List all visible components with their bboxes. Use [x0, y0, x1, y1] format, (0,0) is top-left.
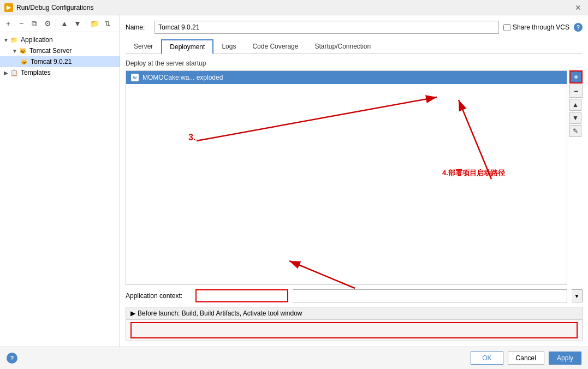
remove-deploy-button[interactable]: −	[569, 85, 583, 98]
settings-button[interactable]: ⚙	[41, 17, 54, 29]
remove-config-button[interactable]: −	[15, 17, 27, 29]
app-context-input[interactable]	[195, 289, 288, 302]
tab-startup-connection[interactable]: Startup/Connection	[306, 39, 379, 53]
vcs-checkbox-label[interactable]: Share through VCS	[503, 23, 569, 31]
toolbar-divider	[56, 19, 56, 28]
dropdown-arrow[interactable]: ▼	[572, 289, 583, 302]
tree-item-tomcat-config[interactable]: 🐱 Tomcat 9.0.21	[0, 56, 120, 67]
app-context-row: Application context: ▼	[126, 289, 583, 302]
add-deploy-button[interactable]: +	[569, 70, 583, 84]
tabs-row: Server Deployment Logs Code Coverage Sta…	[126, 39, 583, 54]
app-icon: ▶	[4, 3, 13, 12]
deploy-label: Deploy at the server startup	[126, 59, 583, 67]
name-input[interactable]	[155, 21, 499, 34]
deploy-edit-button[interactable]: ✎	[569, 125, 581, 137]
ok-button[interactable]: OK	[471, 352, 503, 365]
application-label: Application	[21, 36, 53, 44]
apply-button[interactable]: Apply	[549, 352, 581, 365]
tab-code-coverage[interactable]: Code Coverage	[244, 39, 306, 53]
add-config-button[interactable]: +	[2, 17, 14, 29]
right-panel: Name: Share through VCS ? Server Deploym…	[120, 15, 588, 347]
left-panel: + − ⧉ ⚙ ▲ ▼ 📁 ⇅ ▼ 📁 Application ▼ 🐱 Tom	[0, 15, 120, 347]
deploy-up-button[interactable]: ▲	[569, 99, 581, 111]
war-badge: W	[131, 74, 139, 81]
tab-server[interactable]: Server	[126, 39, 161, 53]
templates-label: Templates	[21, 69, 51, 76]
deploy-down-button[interactable]: ▼	[569, 112, 581, 124]
tree-item-templates[interactable]: ▶ 📋 Templates	[0, 67, 120, 78]
expand-arrow-tomcat[interactable]: ▼	[11, 48, 19, 54]
name-row: Name: Share through VCS ?	[126, 21, 583, 34]
move-up-button[interactable]: ▲	[58, 17, 70, 29]
deployment-section: Deploy at the server startup W MOMOCake:…	[126, 59, 583, 341]
war-icon: W	[130, 73, 139, 82]
before-launch-content	[126, 320, 582, 341]
close-button[interactable]: ✕	[573, 2, 584, 13]
tab-deployment[interactable]: Deployment	[161, 39, 213, 54]
tree-item-application[interactable]: ▼ 📁 Application	[0, 34, 120, 45]
move-down-button[interactable]: ▼	[72, 17, 84, 29]
side-controls: + − ▲ ▼ ✎	[567, 70, 583, 285]
left-toolbar: + − ⧉ ⚙ ▲ ▼ 📁 ⇅	[0, 15, 120, 32]
vcs-label: Share through VCS	[513, 23, 569, 31]
help-bottom-icon[interactable]: ?	[7, 353, 17, 364]
application-folder-icon: 📁	[10, 35, 19, 44]
tab-logs[interactable]: Logs	[213, 39, 244, 53]
deploy-list: W MOMOCake:wa... exploded	[126, 70, 567, 285]
sort-button[interactable]: ⇅	[102, 17, 114, 29]
tree-item-tomcat-server[interactable]: ▼ 🐱 Tomcat Server	[0, 45, 120, 56]
help-icon[interactable]: ?	[574, 23, 583, 32]
config-tree: ▼ 📁 Application ▼ 🐱 Tomcat Server 🐱 Tomc…	[0, 32, 120, 347]
copy-config-button[interactable]: ⧉	[28, 17, 40, 29]
expand-arrow-templates[interactable]: ▶	[2, 70, 10, 76]
bottom-bar: ? OK Cancel Apply	[0, 347, 588, 369]
bottom-buttons: OK Cancel Apply	[471, 352, 581, 365]
deploy-item-label: MOMOCake:wa... exploded	[142, 74, 223, 81]
deploy-item-0[interactable]: W MOMOCake:wa... exploded	[126, 71, 567, 84]
tomcat-config-icon: 🐱	[20, 57, 28, 66]
annotation-box-before-launch	[130, 322, 578, 338]
name-label: Name:	[126, 23, 150, 31]
window-title: Run/Debug Configurations	[16, 4, 93, 11]
tomcat-server-icon: 🐱	[19, 46, 27, 55]
before-launch-label: Before launch: Build, Build Artifacts, A…	[138, 310, 302, 317]
before-launch-header[interactable]: ▶ Before launch: Build, Build Artifacts,…	[126, 307, 582, 320]
tomcat-server-label: Tomcat Server	[29, 47, 72, 55]
folder-button[interactable]: 📁	[88, 17, 100, 29]
expand-arrow-application[interactable]: ▼	[2, 37, 10, 43]
tomcat-config-label: Tomcat 9.0.21	[31, 58, 72, 66]
toolbar-divider2	[86, 19, 86, 28]
app-context-label: Application context:	[126, 292, 191, 300]
vcs-checkbox[interactable]	[503, 24, 510, 31]
templates-icon: 📋	[10, 68, 19, 77]
cancel-button[interactable]: Cancel	[508, 352, 544, 365]
expand-arrow-before-launch: ▶	[130, 310, 135, 317]
before-launch-section: ▶ Before launch: Build, Build Artifacts,…	[126, 307, 583, 341]
title-bar: ▶ Run/Debug Configurations ✕	[0, 0, 588, 15]
app-context-dropdown-input[interactable]	[293, 289, 567, 302]
